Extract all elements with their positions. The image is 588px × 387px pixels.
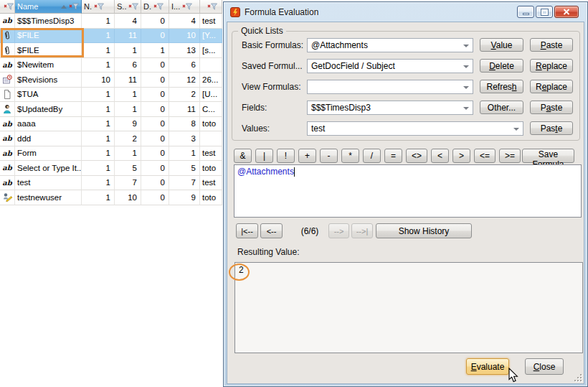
saved-formulas-combobox[interactable]: GetDocField / Subject [307,59,473,73]
text-caret [294,167,295,177]
filter-icon[interactable] [94,3,104,10]
filter-icon[interactable] [128,3,138,10]
operator-button[interactable]: <= [474,149,495,163]
table-row[interactable]: ab [0,190,222,205]
paste-values-button[interactable]: Paste [530,121,573,135]
close-button[interactable]: Close [525,358,564,375]
resize-grip[interactable] [572,372,582,381]
replace-saved-button[interactable]: Replace [530,59,573,73]
row-type-icon-cell: ab [0,146,15,162]
fields-combobox[interactable]: $$$TimesDisp3 [307,101,473,115]
filter-icon[interactable] [153,3,163,10]
i-value-cell: 1 [169,146,200,162]
field-name-cell: $$$TimesDisp3 [15,14,82,29]
operator-button[interactable]: + [298,149,316,163]
operator-button[interactable]: - [320,149,338,163]
table-row[interactable]: ab [0,88,222,103]
filter-icon[interactable] [69,3,79,10]
history-first-button[interactable]: |<-- [236,223,258,238]
restore-button[interactable] [536,6,553,18]
n-value-cell: 1 [82,190,115,205]
minimize-button[interactable] [517,6,534,18]
refresh-button[interactable]: Refresh [480,80,523,93]
other-button[interactable]: Other... [480,101,523,114]
column-header[interactable]: N. [82,0,115,14]
column-header[interactable] [200,0,222,14]
column-header[interactable]: S.. [115,0,141,14]
view-formulas-combobox[interactable] [307,80,473,94]
table-row[interactable]: ab [0,176,222,191]
chevron-down-icon[interactable] [463,65,469,68]
operator-button[interactable]: > [452,149,470,163]
table-row[interactable]: ab [0,131,222,146]
replace-view-button[interactable]: Replace [530,80,573,93]
close-window-button[interactable] [554,6,579,18]
result-text: 2 [239,265,244,275]
column-header[interactable] [0,0,15,14]
save-formula-button[interactable]: Save Formula [522,149,574,163]
s-value-cell: 6 [115,58,141,73]
resulting-value-box[interactable]: 2 [234,262,583,353]
operator-button[interactable]: = [384,149,402,163]
i-value-cell: 6 [169,58,200,73]
operator-button[interactable]: | [255,149,273,163]
chevron-down-icon[interactable] [463,45,469,47]
filter-icon[interactable] [207,3,217,10]
filter-icon[interactable] [182,3,192,10]
i-value-cell: 11 [169,102,200,117]
revisions-clock-icon [3,75,12,84]
filter-icon[interactable] [4,3,14,10]
table-header: Name N. S.. [0,0,222,14]
paste-fields-button[interactable]: Paste [530,101,573,114]
row-type-icon-cell: ab [0,131,15,146]
values-label: Values: [242,123,306,134]
basic-formulas-value: @Attachments [311,40,368,50]
table-row[interactable]: ab [0,146,222,162]
history-next-button[interactable]: --> [328,223,349,238]
show-history-button[interactable]: Show History [376,223,472,238]
n-value-cell: 1 [82,14,115,29]
operator-button[interactable]: >= [499,149,521,163]
column-header[interactable]: Name [15,0,82,14]
chevron-down-icon[interactable] [463,86,469,89]
column-header[interactable]: I... [169,0,200,14]
operator-button[interactable]: < [431,149,449,163]
quick-lists-label: Quick Lists [238,26,286,36]
formula-editor[interactable]: @Attachments [234,164,582,218]
table-row[interactable]: ab [0,29,222,44]
history-previous-button[interactable]: <-- [260,223,283,238]
operator-button[interactable]: / [363,149,381,163]
values-combobox[interactable]: test [307,121,523,136]
operator-button[interactable]: & [234,149,252,163]
table-row[interactable]: ab [0,43,222,58]
operator-button[interactable]: ! [277,149,295,163]
chevron-down-icon[interactable] [463,107,469,110]
person-pen-icon [3,192,12,202]
history-nav-row: |<-- <-- (6/6) --> -->| Show History [227,223,584,238]
table-row[interactable]: ab [0,102,222,117]
column-header[interactable]: D. [141,0,169,14]
text-field-icon: ab [2,149,11,157]
chevron-down-icon[interactable] [513,128,519,131]
table-row[interactable]: ab [0,117,222,132]
basic-formulas-combobox[interactable]: @Attachments [307,38,473,52]
table-row[interactable]: ab [0,73,222,88]
paste-basic-button[interactable]: Paste [530,38,573,52]
evaluate-button[interactable]: Evaluate [466,358,509,375]
table-row[interactable]: ab [0,58,222,73]
dialog-titlebar[interactable]: Formula Evaluation [224,2,587,22]
operator-button[interactable]: <> [406,149,427,163]
saved-formulas-label: Saved Formul... [242,61,306,71]
history-last-button[interactable]: -->| [351,223,373,238]
row-type-icon-cell: ab [0,43,15,58]
value-button[interactable]: Value [480,38,523,52]
table-row[interactable]: ab [0,14,222,29]
value-preview-cell [200,131,222,146]
value-preview-cell: test [200,176,222,191]
table-row[interactable]: ab [0,161,222,176]
row-type-icon-cell: ab [0,29,15,44]
delete-button[interactable]: Delete [480,59,523,73]
row-type-icon-cell: ab [0,176,15,191]
operator-button[interactable]: * [341,149,359,163]
n-value-cell: 1 [82,43,115,58]
